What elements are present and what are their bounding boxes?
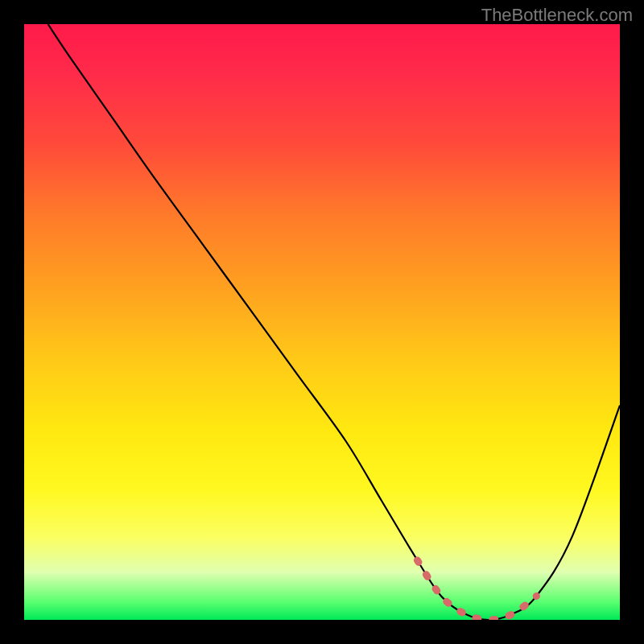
curve-svg <box>24 24 620 620</box>
bottleneck-curve <box>48 24 620 620</box>
plot-area <box>24 24 620 620</box>
watermark-text: TheBottleneck.com <box>481 5 633 26</box>
chart-container: TheBottleneck.com <box>0 0 644 644</box>
